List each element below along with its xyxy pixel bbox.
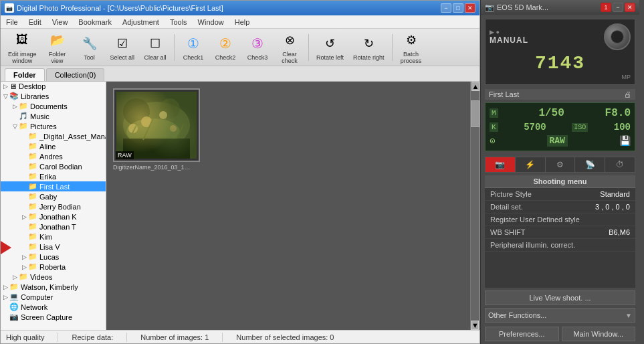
select-all-btn[interactable]: ☑ Select all (107, 32, 138, 63)
dpp-maximize-btn[interactable]: □ (453, 3, 463, 13)
tree-item-lisa-v[interactable]: ▷ 📁 Lisa V (1, 242, 106, 252)
tree-icon-libraries: 📚 (9, 92, 19, 100)
menu-view[interactable]: View (49, 17, 71, 27)
tree-item-carol-bodian[interactable]: ▷ 📁 Carol Bodian (1, 161, 106, 171)
scroll-down-btn[interactable]: ▼ (471, 321, 479, 330)
eos-main-window-btn[interactable]: Main Window... (562, 327, 636, 341)
menu-adjustment[interactable]: Adjustment (120, 17, 162, 27)
tree-icon-pictures: 📁 (19, 122, 28, 131)
eos-other-functions-btn[interactable]: Other Functions... ▼ (485, 308, 635, 323)
rotate-right-btn[interactable]: ↻ Rotate right (350, 32, 388, 63)
batch-process-btn[interactable]: ⚙ Batchprocess (397, 29, 426, 66)
eos-tab-flash[interactable]: ⚡ (516, 157, 546, 172)
menu-file[interactable]: File (3, 17, 21, 27)
eos-mode-display: ▶ ● MANUAL (490, 29, 528, 45)
eos-aperture: F8.0 (605, 107, 631, 119)
rotate-left-btn[interactable]: ↺ Rotate left (313, 32, 347, 63)
check1-btn[interactable]: ① Check1 (179, 32, 208, 63)
tool-btn[interactable]: 🔧 Tool (75, 32, 104, 63)
tree-item-roberta[interactable]: ▷ 📁 Roberta (1, 262, 106, 272)
scroll-up-btn[interactable]: ▲ (471, 82, 479, 91)
tree-item-pictures[interactable]: ▽ 📁 Pictures (1, 121, 106, 131)
tree-item-lucas[interactable]: ▷ 📁 Lucas (1, 252, 106, 262)
tree-arrow-videos: ▷ (13, 274, 17, 280)
rotate-left-icon: ↺ (321, 34, 340, 53)
clear-check-label: Clearcheck (282, 51, 298, 64)
tree-arrow-lucas: ▷ (22, 254, 27, 260)
eos-iso-label: ISO (572, 123, 588, 132)
tree-item-kim[interactable]: ▷ 📁 Kim (1, 232, 106, 242)
tree-item-libraries[interactable]: ▽ 📚 Libraries (1, 91, 106, 101)
tab-folder[interactable]: Folder (5, 68, 45, 81)
eos-wb-shift-value: B6,M6 (609, 228, 630, 236)
check3-btn[interactable]: ③ Check3 (243, 32, 272, 63)
eos-tab-wireless[interactable]: 📡 (575, 157, 605, 172)
tree-item-videos[interactable]: ▷ 📁 Videos (1, 272, 106, 282)
clear-check-btn[interactable]: ⊗ Clearcheck (275, 29, 304, 66)
tree-item-digital-asset[interactable]: ▷ 📁 _Digital_Asset_Mana... (1, 131, 106, 141)
tree-item-jerry-bodian[interactable]: ▷ 📁 Jerry Bodian (1, 201, 106, 211)
check2-label: Check2 (215, 54, 236, 61)
eos-meter-icon: ⊙ (490, 135, 495, 147)
dpp-close-btn[interactable]: ✕ (465, 3, 475, 13)
eos-menu-title: Shooting menu (485, 175, 635, 188)
tree-item-computer[interactable]: ▷ 💻 Computer (1, 292, 106, 302)
eos-tab-timer[interactable]: ⏱ (605, 157, 635, 172)
dpp-menu-bar: File Edit View Bookmark Adjustment Tools… (1, 15, 479, 29)
menu-window[interactable]: Window (195, 17, 227, 27)
eos-tab-settings[interactable]: ⚙ (546, 157, 576, 172)
tree-label-libraries: Libraries (21, 92, 49, 100)
tree-label-digital-asset: _Digital_Asset_Mana... (39, 133, 106, 141)
tree-item-desktop[interactable]: ▷ 🖥 Desktop (1, 82, 106, 91)
scroll-thumb[interactable] (471, 100, 479, 127)
tree-item-music[interactable]: ▷ 🎵 Music (1, 111, 106, 121)
tree-item-jonathan-k[interactable]: ▷ 📁 Jonathan K (1, 211, 106, 222)
tree-icon-kim: 📁 (28, 232, 37, 241)
tree-icon-jerry-bodian: 📁 (28, 202, 37, 211)
tree-item-jonathan-t[interactable]: ▷ 📁 Jonathan T (1, 222, 106, 232)
eos-control-dial[interactable] (604, 23, 631, 50)
tree-item-erika[interactable]: ▷ 📁 Erika (1, 171, 106, 181)
menu-tools[interactable]: Tools (167, 17, 190, 27)
clear-all-btn[interactable]: ☐ Clear all (140, 32, 170, 63)
dpp-minimize-btn[interactable]: − (441, 3, 451, 13)
tree-item-andres[interactable]: ▷ 📁 Andres (1, 151, 106, 161)
tree-item-watson-kimberly[interactable]: ▷ 📁 Watson, Kimberly (1, 282, 106, 292)
eos-mode-text: MANUAL (490, 35, 528, 45)
eos-settings-display: M 1/50 F8.0 K 5700 ISO 100 ⊙ RAW 💾 (485, 102, 635, 151)
tree-label-kim: Kim (39, 233, 52, 241)
sidebar-scroll[interactable]: ▷ 🖥 Desktop ▽ 📚 Libraries ▷ 📁 Documents (1, 82, 106, 330)
tree-icon-documents: 📁 (19, 102, 28, 110)
tree-item-documents[interactable]: ▷ 📁 Documents (1, 101, 106, 111)
eos-close-btn[interactable]: ✕ (625, 3, 635, 12)
tree-item-network[interactable]: ▷ 🌐 Network (1, 302, 106, 312)
status-sep-3 (222, 333, 223, 342)
tree-item-gaby[interactable]: ▷ 📁 Gaby (1, 191, 106, 201)
tree-item-aline[interactable]: ▷ 📁 Aline (1, 141, 106, 151)
svg-point-8 (128, 124, 138, 133)
content-scrollbar[interactable]: ▲ ▼ (470, 82, 479, 330)
thumbnail-item[interactable]: RAW DigitizerName_2016_03_16_... (113, 88, 200, 171)
tab-collection[interactable]: Collection(0) (46, 68, 105, 81)
tool-label: Tool (84, 54, 95, 61)
menu-bookmark[interactable]: Bookmark (76, 17, 114, 27)
eos-live-view-btn[interactable]: Live View shoot. ... (485, 290, 635, 305)
tree-item-screen-capture[interactable]: ▷ 📷 Screen Capture (1, 312, 106, 322)
menu-edit[interactable]: Edit (26, 17, 44, 27)
check2-btn[interactable]: ② Check2 (211, 32, 240, 63)
rotate-left-label: Rotate left (316, 54, 344, 61)
clear-all-label: Clear all (144, 54, 167, 61)
tree-arrow-watson: ▷ (3, 284, 8, 290)
tree-item-first-last[interactable]: ▷ 📁 First Last (1, 181, 106, 191)
svg-point-1 (123, 102, 190, 149)
eos-preferences-btn[interactable]: Preferences... (485, 327, 559, 341)
eos-tab-camera[interactable]: 📷 (486, 157, 516, 172)
edit-image-window-btn[interactable]: 🖼 Edit imagewindow (5, 29, 40, 66)
thumbnail-frame[interactable]: RAW (113, 88, 200, 162)
folder-view-btn[interactable]: 📂 Folderview (43, 29, 72, 66)
check1-label: Check1 (183, 54, 204, 61)
eos-wb-shift-label: WB SHIFT (490, 228, 526, 236)
menu-help[interactable]: Help (232, 17, 253, 27)
eos-shutter-row: M 1/50 F8.0 (490, 107, 631, 119)
eos-minimize-btn[interactable]: − (613, 3, 623, 12)
